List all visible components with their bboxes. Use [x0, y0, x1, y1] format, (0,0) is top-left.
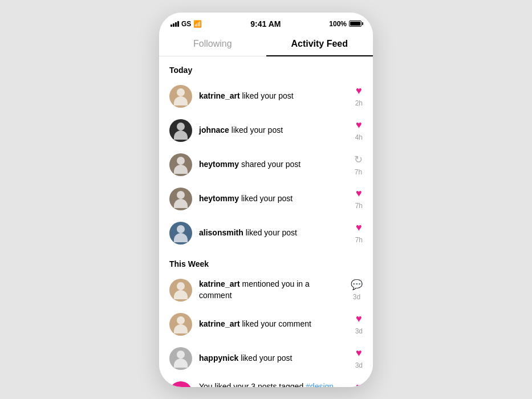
activity-meta: ♥ 3d — [355, 347, 363, 369]
avatar — [169, 222, 192, 245]
activity-text: heytommy liked your post — [199, 193, 348, 205]
avatar — [169, 188, 192, 210]
time-label: 3d — [353, 293, 360, 301]
activity-text: happynick liked your post — [199, 353, 348, 364]
status-time: 9:41 AM — [250, 19, 281, 28]
username: heytommy — [199, 160, 239, 169]
activity-text: katrine_art mentioned you in a comment — [199, 279, 344, 301]
time-label: 2h — [355, 99, 363, 107]
carrier-label: GS — [181, 20, 191, 28]
activity-meta: ♥ 7h — [355, 188, 363, 210]
avatar — [169, 119, 192, 142]
heart-icon: ♥ — [356, 222, 362, 234]
section-this-week: This Week — [159, 250, 373, 273]
heart-icon: ♥ — [356, 381, 362, 387]
activity-item: heytommy shared your post ↻ 7h — [159, 148, 373, 182]
time-label: 7h — [355, 168, 362, 176]
avatar — [169, 85, 192, 108]
activity-item: katrine_art liked your comment ♥ 3d — [159, 307, 373, 341]
heart-icon: ♥ — [356, 347, 362, 359]
tab-activity-feed[interactable]: Activity Feed — [266, 31, 373, 56]
activity-meta: ♥ 7h — [355, 222, 363, 244]
activity-text: katrine_art liked your comment — [199, 319, 348, 330]
time-label: 7h — [355, 202, 363, 210]
heart-icon: ♥ — [356, 313, 362, 325]
avatar — [169, 153, 192, 176]
activity-feed-content: Today katrine_art liked your post ♥ 2h j… — [159, 56, 373, 387]
hashtag-link[interactable]: #design — [306, 382, 334, 387]
time-label: 7h — [355, 236, 363, 244]
status-bar: GS 📶 9:41 AM 100% — [159, 13, 373, 31]
time-label: 3d — [355, 361, 363, 369]
username: johnace — [199, 125, 229, 135]
signal-icon — [170, 21, 179, 27]
status-right: 100% — [329, 20, 362, 28]
comment-icon: 💬 — [351, 279, 363, 291]
time-label: 4h — [355, 133, 363, 141]
battery-label: 100% — [329, 20, 347, 28]
activity-meta: 💬 3d — [351, 279, 363, 301]
avatar — [169, 279, 192, 302]
activity-meta: ♥ 2h — [355, 85, 363, 107]
username: heytommy — [199, 194, 239, 203]
activity-text: You liked your 3 posts tagged #design th… — [199, 381, 348, 387]
tab-following[interactable]: Following — [159, 31, 266, 56]
activity-text: alisonsmith liked your post — [199, 227, 348, 239]
activity-item: katrine_art liked your post ♥ 2h — [159, 79, 373, 113]
avatar — [169, 313, 192, 336]
username: katrine_art — [199, 319, 240, 328]
avatar-hashtag: # — [169, 381, 192, 387]
heart-icon: ♥ — [356, 119, 362, 131]
status-left: GS 📶 — [170, 20, 202, 28]
activity-item: johnace liked your post ♥ 4h — [159, 113, 373, 148]
activity-meta: ♥ 3d — [355, 313, 363, 335]
username: happynick — [199, 353, 238, 363]
activity-item: heytommy liked your post ♥ 7h — [159, 182, 373, 216]
share-icon: ↻ — [354, 153, 363, 166]
username: katrine_art — [199, 91, 240, 100]
activity-meta: ♥ 4h — [355, 119, 363, 141]
tab-bar: Following Activity Feed — [159, 31, 373, 56]
activity-item: katrine_art mentioned you in a comment 💬… — [159, 273, 373, 307]
activity-text: johnace liked your post — [199, 125, 348, 136]
avatar — [169, 347, 192, 370]
heart-icon: ♥ — [356, 85, 362, 97]
username: katrine_art — [199, 279, 240, 288]
wifi-icon: 📶 — [193, 20, 202, 28]
activity-item: # You liked your 3 posts tagged #design … — [159, 376, 373, 387]
username: alisonsmith — [199, 228, 243, 237]
activity-text: heytommy shared your post — [199, 159, 347, 170]
activity-meta: ♥ 5d — [355, 381, 363, 387]
time-label: 3d — [355, 327, 363, 335]
activity-text: katrine_art liked your post — [199, 91, 348, 102]
phone-frame: GS 📶 9:41 AM 100% Following Activity Fee… — [159, 13, 373, 387]
activity-item: happynick liked your post ♥ 3d — [159, 341, 373, 376]
heart-icon: ♥ — [356, 188, 362, 199]
activity-meta: ↻ 7h — [354, 153, 363, 176]
activity-item: alisonsmith liked your post ♥ 7h — [159, 216, 373, 250]
battery-icon — [349, 21, 362, 27]
section-today: Today — [159, 56, 373, 79]
